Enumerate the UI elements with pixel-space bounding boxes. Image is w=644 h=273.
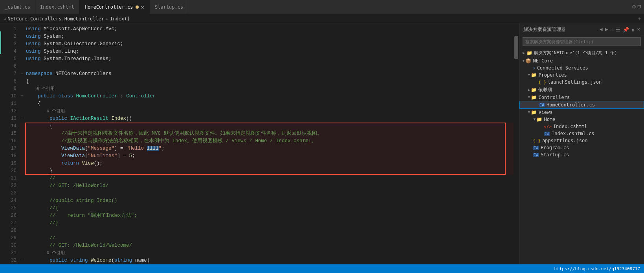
tree-html-icon: </> xyxy=(544,124,552,129)
breadcrumb-method: Index() xyxy=(110,16,130,22)
breadcrumb-arrow-right[interactable]: + xyxy=(638,16,641,22)
forward-icon[interactable]: ► xyxy=(605,27,608,33)
breadcrumb-namespace: NETCore.Controllers.HomeController xyxy=(7,16,104,22)
code-line: 0 个引用 xyxy=(20,249,514,257)
code-line: − public class HomeController : Controll… xyxy=(20,93,514,100)
code-line: 0 个引用 xyxy=(20,85,514,93)
solution-expand-icon[interactable]: ▶ xyxy=(523,51,525,55)
panel-header-icons: ◄ ► ⌂ ☰ 📌 ⇅ × xyxy=(600,27,640,33)
tree-item-label: NETCore xyxy=(533,58,553,64)
tab-homecontroller[interactable]: HomeController.cs × xyxy=(79,0,150,14)
close2-icon[interactable]: × xyxy=(637,27,640,33)
code-line: ViewData["Message"] = "Hello 1111"; xyxy=(20,145,514,152)
code-line: // xyxy=(20,175,514,182)
code-line: using System.Linq; xyxy=(20,48,514,55)
tree-item-label: Properties xyxy=(538,72,567,78)
solution-label: 解决方案'NETCore'(1 个项目/共 1 个) xyxy=(534,50,617,56)
tree-expand-arrow[interactable]: ▶ xyxy=(527,74,531,76)
tab-index-cshtml[interactable]: Index.cshtml xyxy=(35,0,79,14)
tree-item[interactable]: ▶ 📁 Properties xyxy=(519,71,644,79)
home-icon[interactable]: ⌂ xyxy=(611,27,614,33)
tree-item[interactable]: C# Program.cs xyxy=(519,144,644,151)
code-content[interactable]: using Microsoft.AspNetCore.Mvc;using Sys… xyxy=(20,24,514,264)
line-numbers: 1234567891011121314151617181920212223242… xyxy=(7,24,20,264)
tree-expand-arrow[interactable]: ▶ xyxy=(522,60,526,62)
tree-item-label: Connected Services xyxy=(537,65,588,71)
solution-icon: 📁 xyxy=(527,50,532,56)
code-line: //由于未指定视图模板文件名称，因此 MVC 默认使用默认视图文件。如果未指定视… xyxy=(20,130,514,137)
code-line: } xyxy=(20,167,514,175)
vscroll[interactable] xyxy=(514,24,519,264)
code-line: //{ xyxy=(20,205,514,212)
solution-search-input[interactable] xyxy=(523,37,641,46)
code-line: { xyxy=(20,78,514,85)
panel-search-area xyxy=(519,35,644,48)
app-container: _cstml.cs Index.cshtml HomeController.cs… xyxy=(0,0,644,273)
tree-folder-icon: 📁 xyxy=(531,110,537,115)
code-line: { xyxy=(20,123,514,130)
tree-item[interactable]: </> Index.cshtml xyxy=(519,123,644,130)
tree-view[interactable]: ▶ 📦 NETCore ⚡ Connected Services ▶ 📁 Pro… xyxy=(519,57,644,264)
tree-item[interactable]: ▶ 📦 NETCore xyxy=(519,57,644,64)
code-line: 0 个引用 xyxy=(20,108,514,115)
code-line: // xyxy=(20,235,514,242)
status-url: https://blog.csdn.net/q1923408717 xyxy=(554,266,640,271)
tree-item[interactable]: C# Index.cshtml.cs xyxy=(519,130,644,137)
code-line: using System.Collections.Generic; xyxy=(20,40,514,48)
code-line: return View(); xyxy=(20,160,514,167)
code-line xyxy=(20,63,514,70)
tree-item[interactable]: ▶ 📁 依赖项 xyxy=(519,86,644,94)
code-line: { xyxy=(20,100,514,108)
tree-item-label: Index.cshtml xyxy=(553,124,587,129)
breadcrumb-arrow-left[interactable]: ◄ xyxy=(3,16,6,22)
code-line: using System; xyxy=(20,33,514,40)
back-icon[interactable]: ◄ xyxy=(600,27,603,33)
modified-dot xyxy=(136,5,139,9)
code-line: using Microsoft.AspNetCore.Mvc; xyxy=(20,26,514,33)
code-line: //public string Index() xyxy=(20,197,514,205)
tree-cs-icon: C# xyxy=(539,103,545,107)
arrows2-icon[interactable]: ⇅ xyxy=(631,27,635,33)
tree-item[interactable]: { } appsettings.json xyxy=(519,137,644,144)
tree-item[interactable]: C# HomeController.cs xyxy=(519,101,644,109)
code-line: // GET: /HelloWorld/Welcome/ xyxy=(20,242,514,249)
tree-expand-arrow[interactable]: ▶ xyxy=(528,88,530,92)
tree-item[interactable]: { } launchSettings.json xyxy=(519,79,644,86)
tree-folder-icon: 📁 xyxy=(531,95,537,100)
tree-item-label: Home xyxy=(544,117,555,122)
code-line: //} xyxy=(20,220,514,227)
tree-folder-icon: 📁 xyxy=(531,87,537,93)
tree-json-icon: { } xyxy=(538,80,546,85)
pin2-icon[interactable]: 📌 xyxy=(623,27,629,33)
tab-spacer xyxy=(188,0,629,14)
tree-item[interactable]: ▶ 📁 Views xyxy=(519,109,644,116)
code-line: //默认视图与操作方法的名称相同，在本例中为 Index。使用视图模板 / Vi… xyxy=(20,137,514,145)
settings-icon[interactable]: ⚙ xyxy=(632,3,636,11)
tree-json-icon: { } xyxy=(533,138,541,143)
split-icon[interactable]: ⊞ xyxy=(637,3,641,11)
tree-expand-arrow[interactable]: ▶ xyxy=(533,118,537,120)
tab-homecontroller-close[interactable]: × xyxy=(141,4,144,10)
tree-expand-arrow[interactable]: ▶ xyxy=(527,111,531,113)
code-line: ViewData["NumTimes"] = 5; xyxy=(20,152,514,160)
code-line: // GET: /HelloWorld/ xyxy=(20,182,514,190)
tree-item[interactable]: C# Startup.cs xyxy=(519,151,644,158)
tree-item-label: Program.cs xyxy=(541,145,569,150)
tab-cstml[interactable]: _cstml.cs xyxy=(0,0,35,14)
tree-item[interactable]: ⚡ Connected Services xyxy=(519,64,644,71)
tree-item[interactable]: ▶ 📁 Home xyxy=(519,116,644,123)
code-line: using System.Threading.Tasks; xyxy=(20,55,514,63)
left-gutter xyxy=(0,24,7,264)
tab-startup[interactable]: Startup.cs xyxy=(150,0,188,14)
tree-item-label: Startup.cs xyxy=(541,152,569,158)
tree-item-label: Index.cshtml.cs xyxy=(552,131,594,136)
code-editor[interactable]: 1234567891011121314151617181920212223242… xyxy=(7,24,519,264)
vscroll-thumb[interactable] xyxy=(514,36,518,59)
tree-item[interactable]: ▶ 📁 Controllers xyxy=(519,94,644,101)
tree-folder-icon: 📁 xyxy=(531,72,537,78)
solution-root[interactable]: ▶ 📁 解决方案'NETCore'(1 个项目/共 1 个) xyxy=(519,48,644,57)
tree-item-label: appsettings.json xyxy=(542,138,588,143)
tree-expand-arrow[interactable]: ▶ xyxy=(527,96,531,98)
tree-folder-icon: 📁 xyxy=(536,117,542,122)
filter-icon[interactable]: ☰ xyxy=(616,27,620,33)
